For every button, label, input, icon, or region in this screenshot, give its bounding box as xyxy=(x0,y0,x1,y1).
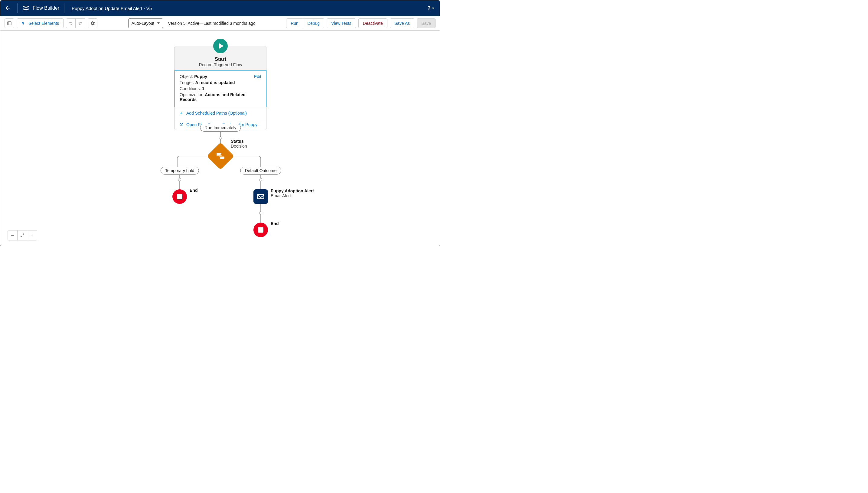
object-key: Object: xyxy=(180,74,193,79)
zoom-in-button[interactable]: + xyxy=(27,231,37,240)
outcome-temporary-hold-label: Temporary hold xyxy=(165,168,194,173)
sidebar-icon xyxy=(7,21,12,26)
start-title: Start xyxy=(178,56,263,62)
start-subtitle: Record-Triggered Flow xyxy=(178,62,263,67)
save-as-label: Save As xyxy=(394,21,410,26)
flow-canvas[interactable]: Start Record-Triggered Flow Edit Object:… xyxy=(0,30,440,246)
cursor-click-icon xyxy=(21,21,26,26)
debug-button[interactable]: Debug xyxy=(303,18,324,28)
select-elements-label: Select Elements xyxy=(28,21,59,26)
edit-start-link[interactable]: Edit xyxy=(254,74,261,79)
conditions-key: Conditions: xyxy=(180,86,201,91)
end-right-label-wrap: End xyxy=(271,221,279,226)
undo-icon xyxy=(68,21,73,26)
version-status: Version 5: Active—Last modified 3 months… xyxy=(168,21,256,26)
view-tests-button[interactable]: View Tests xyxy=(327,18,356,28)
help-menu[interactable]: ? xyxy=(425,3,437,13)
path-run-immediately-label: Run Immediately xyxy=(204,125,236,130)
email-alert-name: Puppy Adoption Alert xyxy=(271,188,314,193)
flow-builder-icon xyxy=(22,4,30,12)
save-as-button[interactable]: Save As xyxy=(390,18,414,28)
save-button[interactable]: Save xyxy=(417,18,435,28)
end-left-label: End xyxy=(190,188,197,193)
chevron-down-icon xyxy=(432,7,434,9)
debug-label: Debug xyxy=(307,21,320,26)
zoom-fit-button[interactable] xyxy=(18,231,27,240)
toolbar: Select Elements Auto-Layout Version 5: A… xyxy=(0,16,440,30)
add-element-connector[interactable] xyxy=(259,178,262,181)
outcome-default-label: Default Outcome xyxy=(245,168,277,173)
email-alert-type: Email Alert xyxy=(271,193,314,198)
add-element-connector[interactable] xyxy=(178,178,181,181)
redo-button[interactable] xyxy=(75,18,85,28)
decision-type: Decision xyxy=(231,144,247,149)
undo-button[interactable] xyxy=(66,18,75,28)
save-label: Save xyxy=(421,21,431,26)
end-right-label: End xyxy=(271,221,279,226)
end-left-label-wrap: End xyxy=(190,188,197,193)
app-header: Flow Builder Puppy Adoption Update Email… xyxy=(0,0,440,16)
fit-screen-icon xyxy=(20,233,24,237)
add-element-connector[interactable] xyxy=(259,211,262,214)
decision-label: Status Decision xyxy=(231,139,247,149)
arrow-left-icon xyxy=(5,5,11,11)
chevron-down-icon xyxy=(157,22,160,24)
run-button[interactable]: Run xyxy=(286,18,303,28)
divider xyxy=(17,3,18,13)
outcome-temporary-hold[interactable]: Temporary hold xyxy=(160,167,199,174)
svg-rect-0 xyxy=(7,21,11,25)
start-config-panel[interactable]: Edit Object: Puppy Trigger: A record is … xyxy=(174,70,266,107)
optimize-key: Optimize for: xyxy=(180,92,203,97)
layout-mode-value: Auto-Layout xyxy=(132,21,155,26)
add-element-connector[interactable] xyxy=(219,136,222,140)
run-debug-group: Run Debug xyxy=(286,18,324,28)
settings-button[interactable] xyxy=(88,18,97,28)
redo-icon xyxy=(78,21,83,26)
minus-icon: − xyxy=(11,232,14,239)
flow-name: Puppy Adoption Update Email Alert - V5 xyxy=(66,6,152,11)
back-button[interactable] xyxy=(0,0,16,16)
start-play-icon xyxy=(213,39,228,53)
conditions-value: 1 xyxy=(202,86,204,91)
outcome-default[interactable]: Default Outcome xyxy=(240,167,281,174)
email-icon xyxy=(257,192,265,201)
undo-redo-group xyxy=(66,18,85,28)
add-scheduled-paths-link[interactable]: + Add Scheduled Paths (Optional) xyxy=(175,107,266,119)
select-elements-button[interactable]: Select Elements xyxy=(17,18,64,28)
plus-icon: + xyxy=(30,232,34,239)
view-tests-label: View Tests xyxy=(331,21,351,26)
zoom-controls: − + xyxy=(7,230,37,240)
path-run-immediately[interactable]: Run Immediately xyxy=(200,124,241,132)
zoom-out-button[interactable]: − xyxy=(8,231,18,240)
run-label: Run xyxy=(291,21,299,26)
decision-element[interactable] xyxy=(207,143,234,170)
add-scheduled-paths-label: Add Scheduled Paths (Optional) xyxy=(186,111,247,115)
object-value: Puppy xyxy=(194,74,207,79)
layout-mode-select[interactable]: Auto-Layout xyxy=(128,18,163,28)
decision-name: Status xyxy=(231,139,247,144)
plus-icon: + xyxy=(179,110,183,116)
trigger-value: A record is updated xyxy=(195,80,235,85)
divider xyxy=(64,3,64,13)
gear-icon xyxy=(90,21,95,26)
decision-icon xyxy=(215,151,225,161)
toggle-panel-button[interactable] xyxy=(4,18,14,28)
help-icon: ? xyxy=(427,5,431,12)
app-title-group: Flow Builder xyxy=(19,4,62,12)
end-element-right[interactable] xyxy=(254,222,268,237)
email-alert-element[interactable] xyxy=(254,189,268,204)
end-element-left[interactable] xyxy=(172,189,187,204)
app-title: Flow Builder xyxy=(32,5,59,11)
trigger-key: Trigger: xyxy=(180,80,194,85)
email-alert-label-wrap: Puppy Adoption Alert Email Alert xyxy=(271,188,314,198)
deactivate-label: Deactivate xyxy=(363,21,383,26)
deactivate-button[interactable]: Deactivate xyxy=(359,18,387,28)
open-new-icon xyxy=(179,123,183,127)
start-element[interactable]: Start Record-Triggered Flow Edit Object:… xyxy=(174,46,266,130)
